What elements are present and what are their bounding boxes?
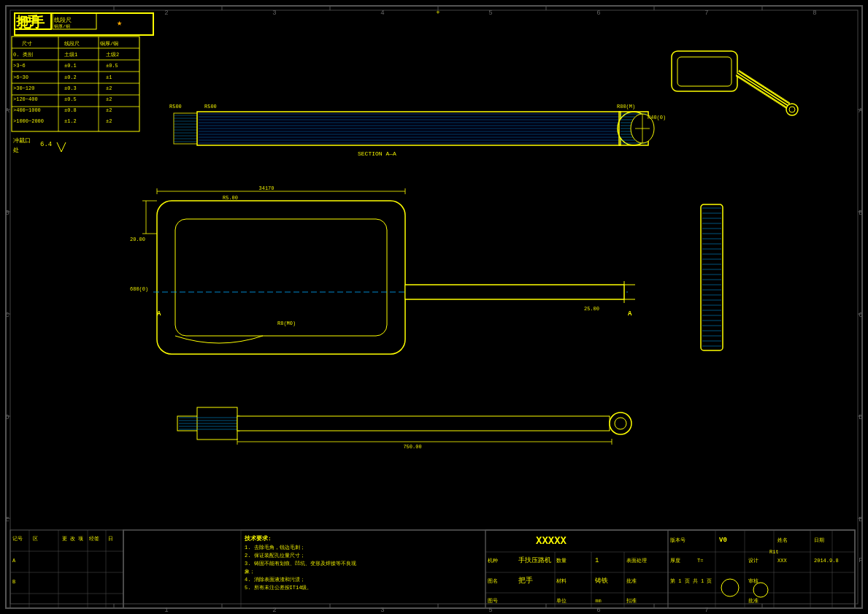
svg-text:记号: 记号 [12,536,23,542]
svg-rect-79 [175,219,387,336]
svg-text:更  改  项: 更 改 项 [62,536,83,542]
svg-text:设计: 设计 [748,558,758,564]
svg-text:1: 1 [164,607,168,614]
svg-text:B: B [12,579,15,585]
svg-rect-88 [405,285,624,299]
svg-point-143 [615,418,626,429]
svg-text:25.00: 25.00 [584,306,599,312]
svg-text:日期: 日期 [814,537,824,543]
drawing-canvas: 把手 ★ [0,0,868,614]
svg-text:版本号: 版本号 [670,537,685,543]
technical-drawing: 把手 ★ [0,0,868,614]
svg-rect-148 [10,530,123,608]
svg-text:R80(M): R80(M) [617,104,635,110]
svg-text:A: A [859,107,863,115]
svg-text:B: B [859,210,863,217]
svg-text:图号: 图号 [488,598,498,604]
svg-text:4: 4 [380,9,384,17]
svg-text:±2: ±2 [106,85,112,91]
svg-text:手扶压路机: 手扶压路机 [518,556,551,564]
svg-text:±2: ±2 [106,118,112,124]
svg-text:批准: 批准 [748,598,758,604]
svg-text:>6~30: >6~30 [13,74,28,80]
svg-rect-141 [237,416,610,431]
svg-text:经签: 经签 [89,536,99,542]
svg-text:表面处理: 表面处理 [626,558,647,564]
svg-text:图名: 图名 [488,578,498,584]
svg-text:>120~400: >120~400 [13,96,38,102]
svg-text:R5.00: R5.00 [223,195,238,201]
svg-text:2: 2 [272,607,276,614]
svg-text:A: A [12,558,16,564]
svg-rect-96 [701,204,723,350]
svg-text:第 1 页  共 1 页: 第 1 页 共 1 页 [670,578,712,584]
svg-text:审核: 审核 [748,578,758,584]
svg-text:±0.5: ±0.5 [106,63,118,69]
svg-text:姓名: 姓名 [777,537,788,543]
svg-text:D: D [859,414,862,421]
svg-text:>1000~2000: >1000~2000 [13,118,44,124]
svg-text:材料: 材料 [556,578,566,584]
svg-text:批准: 批准 [626,578,637,584]
svg-text:4. 消除表面液渣和污渍；: 4. 消除表面液渣和污渍； [245,577,305,583]
svg-text:0. 类别: 0. 类别 [13,52,33,58]
svg-text:20.00: 20.00 [130,237,145,242]
svg-text:C: C [5,312,9,319]
svg-text:R40(0): R40(0) [648,115,666,120]
svg-text:扣准: 扣准 [626,598,637,604]
svg-text:XXXXX: XXXXX [536,535,567,547]
svg-text:D: D [5,414,9,421]
svg-rect-166 [485,530,668,608]
svg-text:±2: ±2 [106,96,112,102]
svg-text:机种: 机种 [488,558,498,564]
svg-text:±0.3: ±0.3 [64,85,77,91]
svg-text:数量: 数量 [556,558,566,564]
svg-rect-211 [12,37,139,131]
svg-text:★: ★ [117,18,122,28]
svg-text:A: A [628,310,632,318]
svg-text:B: B [5,210,9,217]
svg-text:2: 2 [164,9,168,17]
svg-text:1: 1 [595,557,599,564]
svg-text:象；: 象； [245,569,255,575]
svg-rect-0 [6,6,862,608]
svg-text:5: 5 [488,9,492,17]
svg-text:尺寸: 尺寸 [22,41,32,47]
svg-text:C: C [859,312,863,319]
svg-text:±2: ±2 [106,107,112,113]
svg-text:±0.1: ±0.1 [64,63,77,69]
svg-text:3. 铸固不能有划痕、凹坑、变形及焊接等不良现: 3. 铸固不能有划痕、凹坑、变形及焊接等不良现 [245,561,356,567]
svg-text:680(0): 680(0) [130,286,148,292]
svg-rect-164 [241,530,485,608]
svg-text:R500: R500 [204,104,217,110]
svg-text:±0.5: ±0.5 [64,96,77,102]
svg-text:E: E [859,516,862,523]
svg-text:冲裁口: 冲裁口 [13,137,31,144]
svg-text:㎜: ㎜ [595,597,602,605]
svg-text:铜厚/铜: 铜厚/铜 [99,41,118,47]
svg-text:F: F [859,557,862,564]
svg-text:线段尺: 线段尺 [54,17,72,23]
svg-text:5: 5 [488,607,492,614]
svg-text:750.00: 750.00 [403,444,421,450]
svg-text:7: 7 [704,9,708,17]
svg-text:A: A [157,310,161,318]
svg-text:2014.9.8: 2014.9.8 [814,558,839,564]
svg-line-131 [736,76,787,109]
svg-text:6.4: 6.4 [40,141,52,148]
svg-text:2. 保证装配孔位量尺寸；: 2. 保证装配孔位量尺寸； [245,553,305,559]
svg-text:铜厚/铜: 铜厚/铜 [53,24,70,29]
svg-text:E: E [5,516,9,523]
svg-rect-126 [677,57,731,86]
svg-text:线段尺: 线段尺 [64,41,80,47]
svg-text:5. 所有未注公差按IT14级。: 5. 所有未注公差按IT14级。 [245,585,312,591]
svg-text:区: 区 [33,536,38,542]
svg-text:把手: 把手 [518,576,533,585]
svg-text:±1: ±1 [106,74,112,80]
svg-text:厚度: 厚度 [670,558,680,564]
svg-text:+: + [436,9,439,17]
svg-text:铸铁: 铸铁 [594,577,608,585]
svg-line-129 [737,73,788,106]
svg-rect-29 [174,113,199,144]
svg-text:3: 3 [272,9,276,17]
